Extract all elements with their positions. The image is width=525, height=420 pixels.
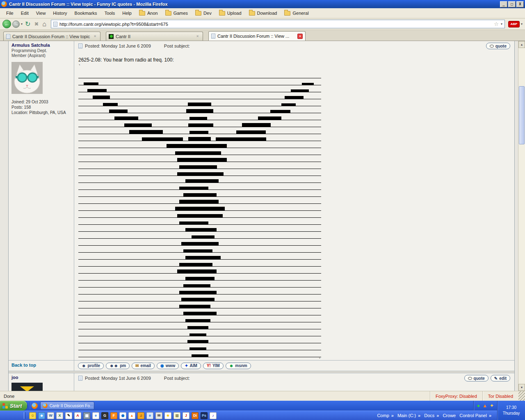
pencil-app-icon[interactable]: ✎ xyxy=(65,412,72,419)
bookmark-star-icon[interactable]: ☆ xyxy=(494,21,499,27)
posted-date: Posted: Monday 1st June 6 2009 xyxy=(85,376,151,381)
tab-close-icon[interactable]: ✕ xyxy=(195,34,200,39)
update-status-icon[interactable]: ● xyxy=(477,403,480,408)
acrobat-app-icon[interactable]: A xyxy=(74,412,81,419)
bookmark-folder-general[interactable]: General xyxy=(281,9,312,17)
toolbar-comp[interactable]: Comp » xyxy=(377,413,393,418)
menu-help[interactable]: Help xyxy=(119,9,135,17)
foxyproxy-status[interactable]: FoxyProxy: Disabled xyxy=(430,391,482,401)
taskbar-task-firefox[interactable]: Cantr II Discussion Fo... xyxy=(40,402,94,410)
scroll-up-icon[interactable]: ▲ xyxy=(518,41,525,48)
refresh-button[interactable]: ↻ xyxy=(24,20,32,28)
excel-app-icon[interactable]: X xyxy=(56,412,63,419)
tab-2[interactable]: Cantr II ✕ xyxy=(106,32,203,41)
art-segment xyxy=(302,83,314,85)
notes-app-icon[interactable]: ▤ xyxy=(173,412,180,419)
menu-file[interactable]: File xyxy=(2,9,17,17)
edit-button[interactable]: ✎ edit xyxy=(491,375,510,381)
director-app-icon[interactable]: Di xyxy=(192,412,199,419)
ie2-app-icon[interactable]: e xyxy=(146,412,153,419)
winamp-app-icon[interactable]: ♫ xyxy=(137,412,144,419)
stop-button[interactable]: ✖ xyxy=(33,21,40,27)
word-app-icon[interactable]: W xyxy=(47,412,54,419)
alert-star-icon[interactable]: ✦ xyxy=(490,403,494,408)
author-name[interactable]: joo xyxy=(11,375,71,380)
url-input[interactable] xyxy=(59,22,492,27)
email-button[interactable]: ✉ email xyxy=(132,363,155,369)
bookmark-folder-dev[interactable]: Dev xyxy=(192,9,215,17)
globe-app-icon[interactable]: ◉ xyxy=(119,412,126,419)
resize-grip[interactable] xyxy=(518,391,525,401)
forward-button[interactable]: → xyxy=(12,21,20,28)
photoshop-app-icon[interactable]: Ps xyxy=(201,412,208,419)
chevron-icon[interactable]: » xyxy=(418,413,420,418)
smiley-app-icon[interactable]: ☺ xyxy=(29,412,36,419)
firefox-app-icon[interactable]: F xyxy=(110,412,117,419)
art-row xyxy=(78,141,321,148)
bookmark-folder-games[interactable]: Games xyxy=(162,9,192,17)
maximize-button[interactable]: □ xyxy=(508,1,516,7)
chevron-icon[interactable]: » xyxy=(489,413,491,418)
close-button[interactable]: X xyxy=(516,1,524,7)
history-dropdown-icon[interactable]: ▾ xyxy=(21,22,23,26)
menu-bookmarks[interactable]: Bookmarks xyxy=(71,9,101,17)
tab-1[interactable]: Cantr II Discussion Forum :: View topic … xyxy=(3,32,100,41)
firefox-quicklaunch-icon[interactable] xyxy=(32,403,38,409)
menu-view[interactable]: View xyxy=(32,9,50,17)
art-segment xyxy=(175,151,221,155)
vlc-app-icon[interactable]: ▲ xyxy=(128,412,135,419)
scroll-down-icon[interactable]: ▼ xyxy=(518,384,525,391)
home-button[interactable]: ⌂ xyxy=(41,21,48,28)
tab-3-active[interactable]: Cantr II Discussion Forum :: View ... ✕ xyxy=(208,31,306,41)
toolbar-label: Control Panel xyxy=(459,413,487,418)
java-app-icon[interactable]: J xyxy=(183,412,189,419)
yim-button[interactable]: Y! YIM xyxy=(203,363,224,369)
author-name[interactable]: Armulus Satchula xyxy=(11,43,71,48)
msnm-button[interactable]: ☻ msnm xyxy=(226,363,251,369)
back-to-top-link[interactable]: Back to top xyxy=(11,363,36,368)
quote-button[interactable]: quote xyxy=(464,375,488,381)
adblock-plus-button[interactable]: ABP xyxy=(508,21,520,27)
toolbar-drag-handle[interactable] xyxy=(24,412,25,419)
toolbar-crowe[interactable]: Crowe xyxy=(443,413,456,418)
adblock-dropdown-icon[interactable]: ▾ xyxy=(521,22,523,26)
tab-close-icon[interactable]: ✕ xyxy=(297,34,303,39)
scrollbar-thumb[interactable] xyxy=(519,86,525,144)
art-segment xyxy=(183,193,217,196)
favorites-app-icon[interactable]: ★ xyxy=(164,412,171,419)
profile-button[interactable]: ☻ profile xyxy=(78,363,104,369)
toolbar-main-c[interactable]: Main (C:) » xyxy=(397,413,420,418)
save-app-icon[interactable]: ▦ xyxy=(83,412,90,419)
back-button[interactable]: ← xyxy=(2,20,11,28)
chevron-icon[interactable]: » xyxy=(436,413,439,418)
mail-app-icon[interactable]: ✉ xyxy=(155,412,162,419)
start-button[interactable]: Start xyxy=(0,401,27,411)
bookmark-folder-download[interactable]: Download xyxy=(245,9,281,17)
bookmark-folder-upload[interactable]: Upload xyxy=(215,9,245,17)
media-app-icon[interactable]: ♪ xyxy=(210,412,217,419)
vlc-cone-icon[interactable]: ▲ xyxy=(482,403,487,408)
menu-tools[interactable]: Tools xyxy=(101,9,119,17)
gx-app-icon[interactable]: G xyxy=(101,412,108,419)
ie-app-icon[interactable]: e xyxy=(92,412,99,419)
aim-button[interactable]: ✦ AIM xyxy=(181,363,201,369)
messenger-app-icon[interactable]: ☻ xyxy=(38,412,45,419)
www-button[interactable]: ◉ www xyxy=(157,363,179,369)
bookmark-folder-anon[interactable]: Anon xyxy=(135,9,162,17)
chevron-icon[interactable]: » xyxy=(391,413,394,418)
art-row xyxy=(78,92,321,99)
menu-history[interactable]: History xyxy=(49,9,71,17)
taskbar-clock[interactable]: 17:30 Thursday xyxy=(497,401,525,420)
menu-bar: File Edit View History Bookmarks Tools H… xyxy=(0,8,525,18)
quote-button[interactable]: quote xyxy=(486,43,510,49)
start-label: Start xyxy=(10,403,22,409)
pm-button[interactable]: ☻☻ pm xyxy=(106,363,130,369)
tab-close-icon[interactable]: ✕ xyxy=(92,34,98,39)
url-dropdown-icon[interactable]: ▾ xyxy=(501,22,502,26)
toolbar-control-panel[interactable]: Control Panel » xyxy=(459,413,491,418)
menu-edit[interactable]: Edit xyxy=(17,9,32,17)
tor-status[interactable]: Tor Disabled xyxy=(482,391,518,401)
toolbar-docs[interactable]: Docs » xyxy=(424,413,439,418)
minimize-button[interactable]: _ xyxy=(500,1,507,7)
vertical-scrollbar[interactable]: ▲ ▼ xyxy=(518,41,525,391)
